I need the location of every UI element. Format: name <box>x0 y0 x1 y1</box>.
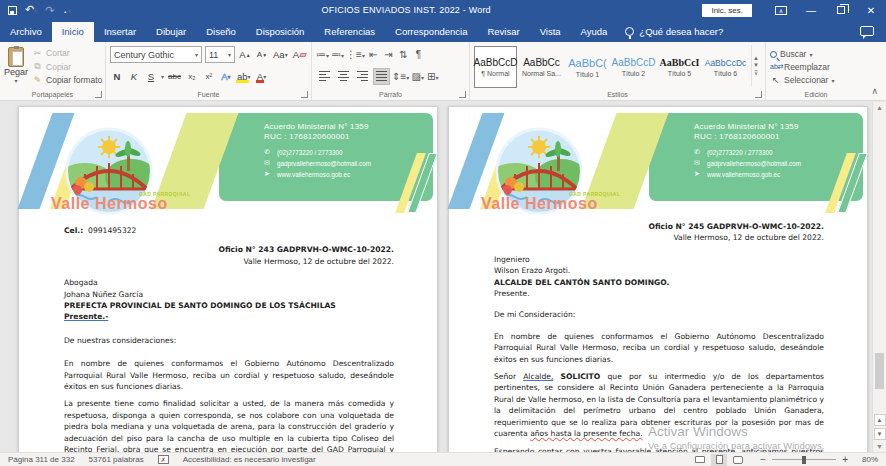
style-titulo-5[interactable]: AaBbCcITítulo 5 <box>658 46 701 88</box>
grow-font-button[interactable]: A▲ <box>238 47 252 63</box>
document-page-2[interactable]: Acuerdo Ministerial N° 1359 RUC : 176812… <box>448 106 868 452</box>
scrollbar-thumb[interactable] <box>875 353 884 389</box>
redo-icon[interactable]: ↷ <box>45 5 54 16</box>
tab-correspondencia[interactable]: Correspondencia <box>385 22 477 42</box>
clear-formatting-button[interactable]: A <box>292 47 307 63</box>
strikethrough-button[interactable]: abc <box>167 68 182 84</box>
zoom-in-button[interactable]: + <box>842 454 848 465</box>
increase-indent-button[interactable]: ⇥ <box>382 49 395 60</box>
page-count-status[interactable]: Página 311 de 332 <box>8 455 75 464</box>
gallery-more-icon[interactable]: ⊽ <box>753 69 759 76</box>
salutation-line[interactable]: De mi Consideración: <box>494 309 824 320</box>
web-layout-button[interactable] <box>730 454 746 466</box>
body-paragraph-1[interactable]: En nombre de quienes conformamos el Gobi… <box>64 358 394 392</box>
tab-archivo[interactable]: Archivo <box>0 22 52 42</box>
styles-dialog-launcher[interactable] <box>755 91 762 98</box>
oficio-date-line[interactable]: Valle Hermoso, 12 de octubre del 2022. <box>494 232 824 243</box>
show-marks-button[interactable]: ¶ <box>412 49 425 60</box>
sign-in-button[interactable]: Inic. ses. <box>702 4 752 17</box>
zoom-slider[interactable] <box>772 459 836 460</box>
replace-button[interactable]: ab⇄Reemplazar <box>770 62 834 72</box>
present-line[interactable]: Presente. <box>494 288 824 299</box>
scrollbar-track[interactable] <box>873 113 886 413</box>
align-center-button[interactable] <box>335 68 352 85</box>
style-titulo-6[interactable]: AaBbCcDcTítulo 6 <box>704 46 747 88</box>
addressee-title[interactable]: Abogada <box>64 277 394 288</box>
restore-button[interactable] <box>826 0 856 20</box>
format-painter-button[interactable]: ✎Copiar formato <box>32 75 102 85</box>
underline-button[interactable]: S <box>144 68 158 84</box>
tab-inicio[interactable]: Inicio <box>52 22 94 42</box>
change-case-button[interactable]: Aa▾ <box>272 47 289 63</box>
tab-vista[interactable]: Vista <box>530 22 571 42</box>
style-titulo-2[interactable]: AaBbCcDTítulo 2 <box>612 46 655 88</box>
gallery-up-icon[interactable]: ▲ <box>753 55 759 61</box>
tell-me-search[interactable]: ¿Qué desea hacer? <box>617 26 731 42</box>
find-button[interactable]: Buscar▾ <box>770 49 834 59</box>
save-icon[interactable] <box>8 6 17 15</box>
select-button[interactable]: ↖Seleccionar▾ <box>770 75 834 85</box>
align-left-button[interactable] <box>316 68 333 85</box>
font-dialog-launcher[interactable] <box>301 91 308 98</box>
clipboard-dialog-launcher[interactable] <box>95 91 102 98</box>
align-right-button[interactable] <box>354 68 371 85</box>
bold-button[interactable]: N <box>110 68 124 84</box>
font-size-combo[interactable]: 11▾ <box>205 46 235 63</box>
oficio-date-line[interactable]: Valle Hermoso, 12 de octubre del 2022. <box>64 256 394 267</box>
minimize-button[interactable]: — <box>796 0 826 20</box>
addressee-role[interactable]: PREFECTA PROVINCIAL DE SANTO DOMINGO DE … <box>64 300 394 311</box>
undo-icon[interactable]: ↶▾ <box>25 4 37 17</box>
tab-revisar[interactable]: Revisar <box>477 22 529 42</box>
addressee-title[interactable]: Ingeniero <box>494 254 824 265</box>
zoom-out-button[interactable]: − <box>760 454 766 465</box>
read-mode-button[interactable] <box>692 454 708 466</box>
cel-line[interactable]: Cel.: 0991495322 <box>64 225 394 236</box>
copy-button[interactable]: ⧉Copiar <box>32 61 102 72</box>
ribbon-display-options-button[interactable]: ∧ <box>766 0 796 20</box>
feedback-icon[interactable] <box>860 26 874 36</box>
style-titulo-1[interactable]: AaBbC(Título 1 <box>566 46 609 88</box>
word-count-status[interactable]: 53761 palabras <box>89 455 144 464</box>
paragraph-dialog-launcher[interactable] <box>459 91 466 98</box>
oficio-number-line[interactable]: Oficio N° 245 GADPRVH-O-WMC-10-2022. <box>494 221 824 232</box>
style-normal[interactable]: AaBbCcD¶ Normal <box>474 46 517 88</box>
tab-referencias[interactable]: Referencias <box>314 22 385 42</box>
customize-qat-icon[interactable]: ᎐▾ <box>62 4 71 17</box>
vertical-scrollbar[interactable]: ▲ ▲ ▼ ▼ <box>872 102 886 452</box>
scroll-down-icon[interactable]: ▼ <box>876 441 883 452</box>
sort-button[interactable]: ⇅ <box>397 49 410 60</box>
collapse-ribbon-icon[interactable]: ∧ <box>871 86 878 96</box>
previous-page-button[interactable]: ▲ <box>874 414 886 426</box>
borders-button[interactable]: ⊞▾ <box>426 71 439 82</box>
scroll-up-icon[interactable]: ▲ <box>876 102 883 113</box>
line-spacing-button[interactable]: ⇕≡▾ <box>392 71 409 82</box>
tab-diseno[interactable]: Diseño <box>196 22 246 42</box>
underline-caret-icon[interactable]: ▾ <box>161 73 164 80</box>
paste-button[interactable]: Pegar ▾ <box>4 45 28 86</box>
shrink-font-button[interactable]: A▼ <box>255 47 269 63</box>
tab-insertar[interactable]: Insertar <box>94 22 146 42</box>
addressee-role[interactable]: ALCALDE DEL CANTÓN SANTO DOMINGO. <box>494 277 824 288</box>
italic-button[interactable]: K <box>127 68 141 84</box>
tab-disposicion[interactable]: Disposición <box>246 22 315 42</box>
zoom-level[interactable]: 80% <box>854 455 878 464</box>
numbering-button[interactable]: ≕▾ <box>331 49 344 60</box>
highlight-button[interactable]: ab▾ <box>236 68 252 84</box>
print-layout-button[interactable] <box>711 454 727 466</box>
cut-button[interactable]: ✂Cortar <box>32 48 102 58</box>
multilevel-list-button[interactable]: ⋮≡▾ <box>346 49 365 60</box>
body-paragraph-1[interactable]: En nombre de quienes conformamos el Gobi… <box>494 331 824 365</box>
proofing-errors-icon[interactable]: ✗ <box>158 455 169 464</box>
body-paragraph-2[interactable]: Señor Alcalde, SOLICITO que por su inter… <box>494 371 824 439</box>
subscript-button[interactable]: x₂ <box>185 68 199 84</box>
font-name-combo[interactable]: Century Gothic▾ <box>110 46 202 63</box>
text-effects-button[interactable]: A▾ <box>219 68 233 84</box>
salutation-line[interactable]: De nuestras consideraciones: <box>64 335 394 346</box>
bullets-button[interactable]: ≔▾ <box>316 49 329 60</box>
superscript-button[interactable]: x² <box>202 68 216 84</box>
body-paragraph-2[interactable]: La presente tiene como finalidad solicit… <box>64 398 394 452</box>
tab-ayuda[interactable]: Ayuda <box>571 22 618 42</box>
justify-button[interactable] <box>373 68 390 85</box>
addressee-name[interactable]: Wilson Erazo Argoti. <box>494 265 824 276</box>
document-page-1[interactable]: Acuerdo Ministerial N° 1359 RUC : 176812… <box>18 106 438 452</box>
